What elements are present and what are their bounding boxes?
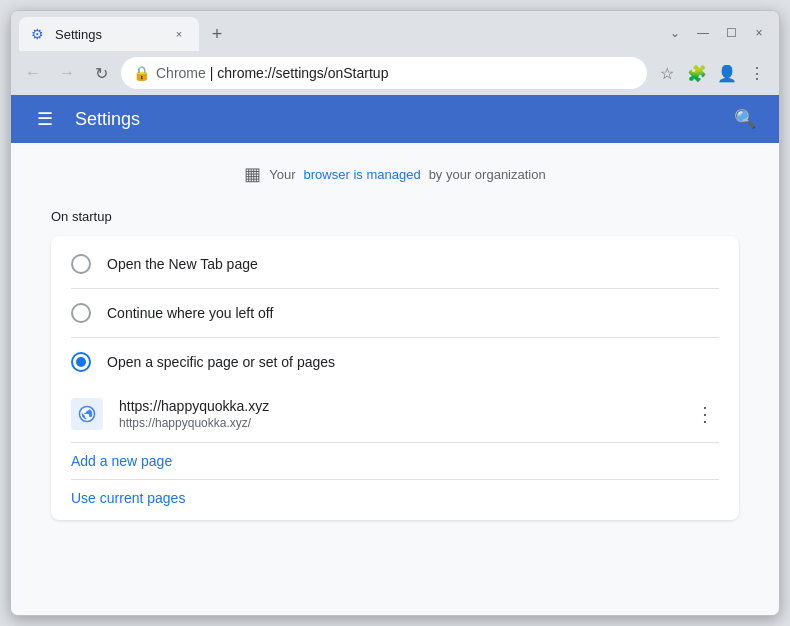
settings-search-button[interactable]: 🔍 xyxy=(727,101,763,137)
option-new-tab[interactable]: Open the New Tab page xyxy=(51,240,739,288)
active-tab[interactable]: ⚙ Settings × xyxy=(19,17,199,51)
add-new-page-button[interactable]: Add a new page xyxy=(51,443,192,479)
option-continue[interactable]: Continue where you left off xyxy=(51,289,739,337)
new-tab-button[interactable]: + xyxy=(203,20,231,48)
url-brand: Chrome xyxy=(156,65,206,81)
url-entry-text: https://happyquokka.xyz https://happyquo… xyxy=(119,398,675,430)
settings-page-title: Settings xyxy=(75,109,727,130)
back-button[interactable]: ← xyxy=(19,59,47,87)
radio-specific-page[interactable] xyxy=(71,352,91,372)
extensions-button[interactable]: 🧩 xyxy=(683,59,711,87)
radio-continue[interactable] xyxy=(71,303,91,323)
chrome-menu-button[interactable]: ⋮ xyxy=(743,59,771,87)
title-bar: ⚙ Settings × + ⌄ — ☐ × xyxy=(11,11,779,51)
url-display: Chrome | chrome://settings/onStartup xyxy=(156,65,635,81)
tab-title: Settings xyxy=(55,27,163,42)
url-actions: ☆ 🧩 👤 ⋮ xyxy=(653,59,771,87)
url-entry-menu-button[interactable]: ⋮ xyxy=(691,400,719,428)
option-new-tab-label: Open the New Tab page xyxy=(107,256,258,272)
section-title: On startup xyxy=(51,209,739,224)
url-entry-title: https://happyquokka.xyz xyxy=(119,398,675,414)
close-button[interactable]: × xyxy=(747,21,771,45)
url-bar[interactable]: 🔒 Chrome | chrome://settings/onStartup xyxy=(121,57,647,89)
dropdown-button[interactable]: ⌄ xyxy=(663,21,687,45)
settings-header: ☰ Settings 🔍 xyxy=(11,95,779,143)
managed-icon: ▦ xyxy=(244,163,261,185)
managed-banner: ▦ Your browser is managed by your organi… xyxy=(51,163,739,185)
url-entry-subtitle: https://happyquokka.xyz/ xyxy=(119,416,675,430)
url-entry-favicon xyxy=(71,398,103,430)
option-continue-label: Continue where you left off xyxy=(107,305,273,321)
managed-text-after: by your organization xyxy=(429,167,546,182)
profile-button[interactable]: 👤 xyxy=(713,59,741,87)
browser-window: ⚙ Settings × + ⌄ — ☐ × ← → ↻ 🔒 Chrome | … xyxy=(10,10,780,616)
maximize-button[interactable]: ☐ xyxy=(719,21,743,45)
page-content: ▦ Your browser is managed by your organi… xyxy=(11,143,779,615)
tab-favicon: ⚙ xyxy=(31,26,47,42)
tab-strip: ⚙ Settings × + xyxy=(19,17,663,51)
option-specific-page[interactable]: Open a specific page or set of pages xyxy=(51,338,739,386)
option-specific-page-label: Open a specific page or set of pages xyxy=(107,354,335,370)
tab-close-button[interactable]: × xyxy=(171,26,187,42)
url-path: chrome://settings/onStartup xyxy=(217,65,388,81)
address-bar: ← → ↻ 🔒 Chrome | chrome://settings/onSta… xyxy=(11,51,779,95)
minimize-button[interactable]: — xyxy=(691,21,715,45)
url-site-icon: 🔒 xyxy=(133,65,150,81)
add-new-page-container: Add a new page xyxy=(51,443,739,479)
managed-link[interactable]: browser is managed xyxy=(304,167,421,182)
use-current-pages-container: Use current pages xyxy=(51,480,739,516)
startup-options-card: Open the New Tab page Continue where you… xyxy=(51,236,739,520)
bookmark-button[interactable]: ☆ xyxy=(653,59,681,87)
forward-button[interactable]: → xyxy=(53,59,81,87)
refresh-button[interactable]: ↻ xyxy=(87,59,115,87)
radio-new-tab[interactable] xyxy=(71,254,91,274)
managed-text-before: Your xyxy=(269,167,295,182)
use-current-pages-button[interactable]: Use current pages xyxy=(51,480,205,516)
hamburger-menu-button[interactable]: ☰ xyxy=(27,101,63,137)
url-entry: https://happyquokka.xyz https://happyquo… xyxy=(51,386,739,442)
window-controls: ⌄ — ☐ × xyxy=(663,21,771,45)
